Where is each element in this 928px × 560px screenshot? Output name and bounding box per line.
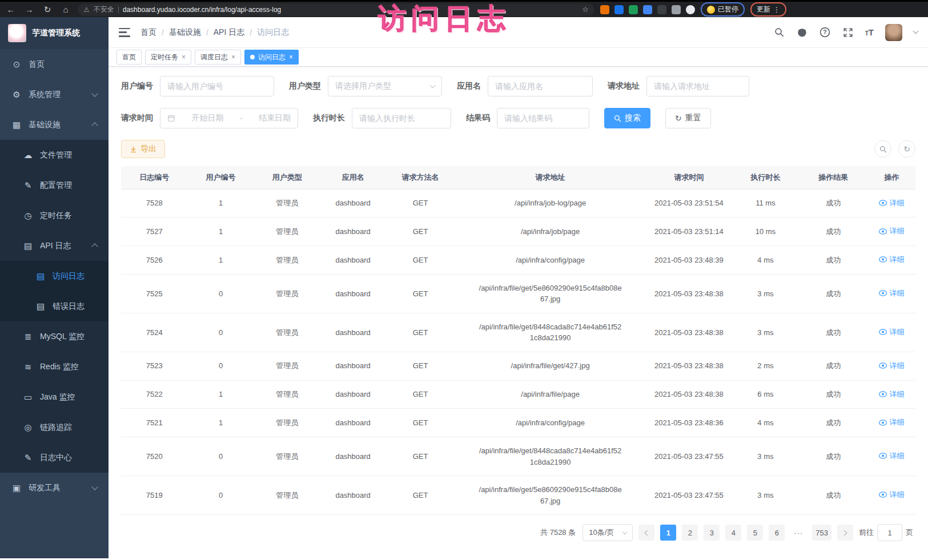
sidebar-item-基础设施[interactable]: ▦基础设施 [0,110,109,140]
tab-close-icon[interactable]: × [231,53,235,61]
sidebar-item-日志中心[interactable]: ✎日志中心 [0,442,109,473]
search-icon[interactable] [774,27,785,38]
hamburger-icon[interactable] [119,28,130,37]
prev-page-button[interactable] [638,525,654,541]
sidebar-item-java-监控[interactable]: ▭Java 监控 [0,382,109,412]
page-button-1[interactable]: 1 [660,525,676,541]
browser-reload-icon[interactable]: ↻ [41,5,54,15]
search-button[interactable]: 搜索 [604,108,650,128]
page-button-5[interactable]: 5 [747,525,763,541]
应用名-input[interactable] [495,82,585,91]
page-size-select[interactable]: 10条/页 [582,524,633,541]
extension-icon-light[interactable] [686,5,695,14]
browser-home-icon[interactable]: ⌂ [59,5,72,14]
help-icon[interactable]: ? [819,27,831,38]
cell-user_type: 管理员 [254,217,320,246]
user-avatar[interactable] [885,24,902,41]
breadcrumb-item[interactable]: 访问日志 [257,27,289,38]
detail-link-label: 详细 [889,198,904,209]
tab-访问日志[interactable]: 访问日志× [244,50,299,65]
paused-label: 已暂停 [718,5,738,14]
extension-icon-multi[interactable] [643,5,652,14]
cell-user_id: 0 [187,313,254,352]
sidebar-item-链路追踪[interactable]: ◎链路追踪 [0,412,109,442]
detail-link[interactable]: 详细 [879,198,904,209]
用户编号-input[interactable] [167,82,267,91]
bookmark-star-icon[interactable]: ☆ [582,5,589,14]
reset-button[interactable]: ↻重置 [665,108,711,128]
browser-back-icon[interactable]: ← [5,5,17,14]
refresh-button[interactable]: ↻ [898,140,915,158]
tab-close-icon[interactable]: × [289,53,293,61]
cell-user_id: 0 [187,274,254,313]
cell-id: 7521 [121,409,187,437]
sidebar-item-mysql-监控[interactable]: ≣MySQL 监控 [0,321,109,352]
page-button-4[interactable]: 4 [725,525,741,541]
detail-link[interactable]: 详细 [879,417,904,428]
extension-icon-gray[interactable] [672,5,681,14]
detail-link[interactable]: 详细 [879,450,904,462]
page-button-753[interactable]: 753 [812,525,831,541]
breadcrumb-item[interactable]: API 日志 [214,27,244,38]
goto-page-input[interactable] [877,524,902,541]
github-icon[interactable] [797,27,808,38]
breadcrumb-item[interactable]: 首页 [140,27,156,38]
user-menu-caret-icon[interactable] [913,29,919,34]
请求地址-input[interactable] [654,82,742,91]
extension-icon-blue[interactable] [614,5,624,14]
tab-调度日志[interactable]: 调度日志× [195,50,241,65]
sidebar-item-redis-监控[interactable]: ≋Redis 监控 [0,352,109,382]
sidebar-item-定时任务[interactable]: ◷定时任务 [0,200,109,231]
page-button-3[interactable]: 3 [704,525,720,541]
detail-link[interactable]: 详细 [879,489,904,501]
tab-首页[interactable]: 首页 [116,50,142,65]
用户类型-select[interactable]: 请选择用户类型 [328,76,442,96]
update-label: 更新 [757,5,770,14]
sidebar-item-系统管理[interactable]: ⚙系统管理 [0,79,109,110]
extension-icon-green[interactable] [629,5,638,14]
cell-user_id: 1 [187,380,254,409]
date-range-picker[interactable]: 开始日期-结束日期 [160,108,298,128]
cell-time: 2021-05-03 23:48:38 [646,313,733,352]
sidebar-item-label: 基础设施 [29,120,61,130]
结果码-input[interactable] [504,114,582,123]
detail-link[interactable]: 详细 [879,254,904,265]
page-button-6[interactable]: 6 [769,525,785,541]
detail-link[interactable]: 详细 [879,389,904,400]
security-label: 不安全 [94,5,114,14]
sidebar-item-api-日志[interactable]: ▤API 日志 [0,231,109,261]
export-button[interactable]: 导出 [121,140,165,158]
sidebar-item-访问日志[interactable]: ▤访问日志 [0,261,109,291]
toggle-search-button[interactable] [874,140,891,158]
logo[interactable]: 芋道管理系统 [0,17,109,49]
cell-url: /api/infra/file/get/5e8609290e915c4fa8b0… [455,274,646,313]
sidebar-item-配置管理[interactable]: ✎配置管理 [0,170,109,200]
sidebar-item-研发工具[interactable]: ▣研发工具 [0,473,109,503]
paused-badge[interactable]: 已暂停 [701,2,745,17]
cell-id: 7526 [121,246,187,275]
detail-link[interactable]: 详细 [879,288,904,299]
tab-定时任务[interactable]: 定时任务× [145,50,191,65]
address-bar[interactable]: ⚠ 不安全 dashboard.yudao.iocoder.cn/infra/l… [78,3,594,16]
update-button[interactable]: 更新 ⋮ [750,2,786,17]
tab-close-icon[interactable]: × [182,53,186,61]
detail-link[interactable]: 详细 [879,360,904,372]
next-page-button[interactable] [837,525,853,541]
sidebar-item-文件管理[interactable]: ☁文件管理 [0,140,109,170]
detail-link[interactable]: 详细 [879,327,904,338]
detail-link[interactable]: 详细 [879,225,904,237]
browser-forward-icon[interactable]: → [23,5,35,14]
breadcrumb-item[interactable]: 基础设施 [169,27,201,38]
browser-menu-icon[interactable]: ⋮ [773,6,780,14]
extension-icon-orange[interactable] [600,5,609,14]
page-button-2[interactable]: 2 [682,525,698,541]
goto-unit: 页 [906,527,913,538]
执行时长-input[interactable] [359,114,444,123]
filter-label: 结果码 [466,113,490,123]
font-size-icon[interactable]: TT [865,27,874,37]
cell-time: 2021-05-03 23:48:36 [646,409,733,437]
extension-icon-dark[interactable] [657,5,666,14]
fullscreen-icon[interactable] [842,27,854,38]
sidebar-item-首页[interactable]: ⊙首页 [0,49,109,79]
sidebar-item-错误日志[interactable]: ▤错误日志 [0,291,109,321]
